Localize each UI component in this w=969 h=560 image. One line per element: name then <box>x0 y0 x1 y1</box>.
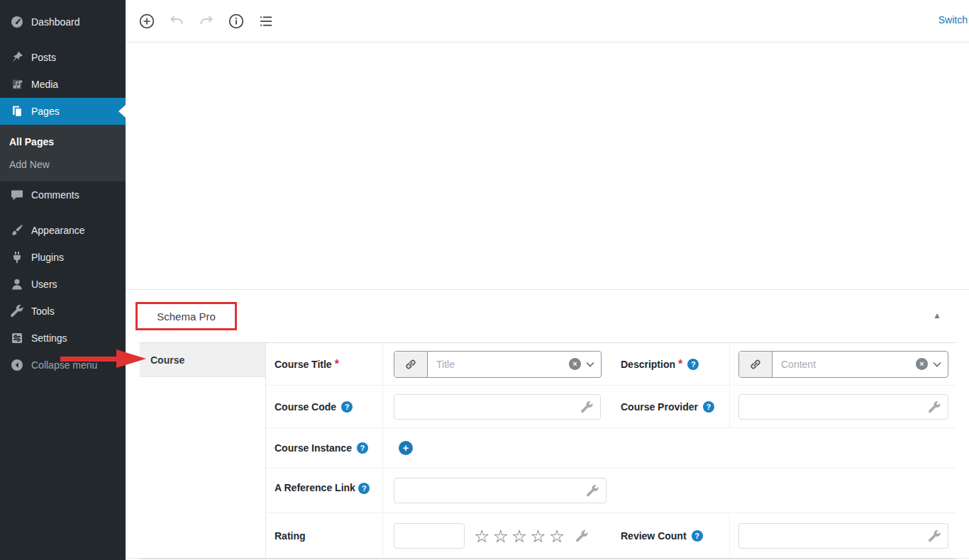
schema-tab-column: Course <box>140 343 266 559</box>
sidebar-item-label: Plugins <box>31 252 64 263</box>
description-input[interactable] <box>773 359 916 370</box>
course-title-input[interactable] <box>428 359 569 370</box>
switch-link[interactable]: Switch <box>938 14 968 26</box>
required-asterisk: * <box>335 358 339 371</box>
sidebar-separator <box>0 208 126 217</box>
schema-fields-panel: Course Course Title * × <box>140 342 956 559</box>
editor-toolbar: Switch <box>126 0 969 43</box>
sidebar-item-label: Media <box>31 79 58 90</box>
metabox-toggle-button[interactable]: ▲ <box>929 310 946 321</box>
chevron-down-icon[interactable] <box>933 362 941 367</box>
settings-icon <box>10 331 24 345</box>
sidebar-item-media[interactable]: Media <box>0 71 126 98</box>
sidebar-item-comments[interactable]: Comments <box>0 181 126 208</box>
collapse-icon <box>10 358 24 372</box>
reference-link-label-cell: A Reference Link ? <box>266 469 383 513</box>
sidebar-item-label: Collapse menu <box>31 359 97 371</box>
link-icon[interactable] <box>739 352 773 377</box>
description-label: Description <box>621 359 675 370</box>
sidebar-item-label: Dashboard <box>31 16 80 28</box>
sidebar-item-label: Pages <box>31 106 60 117</box>
course-provider-label: Course Provider <box>621 401 698 413</box>
course-code-label-cell: Course Code ? <box>266 386 383 428</box>
editor-canvas[interactable] <box>126 43 969 289</box>
metabox-title: Schema Pro <box>157 310 216 323</box>
undo-button[interactable] <box>167 12 186 30</box>
course-instance-label-cell: Course Instance ? <box>266 428 383 469</box>
sidebar-item-label: Settings <box>31 332 67 344</box>
help-icon[interactable]: ? <box>341 401 353 413</box>
reference-link-field <box>394 478 607 503</box>
user-icon <box>10 277 24 291</box>
current-item-pointer-icon <box>118 105 126 118</box>
schema-pro-metabox: Schema Pro ▲ Course Course Title * <box>126 289 969 559</box>
star-rating-icons[interactable]: ☆☆☆☆☆ <box>474 527 567 545</box>
tab-course[interactable]: Course <box>140 343 265 377</box>
help-icon[interactable]: ? <box>358 483 370 494</box>
bottom-divider <box>126 558 969 559</box>
wrench-icon[interactable] <box>575 530 589 543</box>
review-count-input[interactable] <box>739 524 948 548</box>
sidebar-item-posts[interactable]: Posts <box>0 44 126 71</box>
sidebar-separator <box>0 35 126 44</box>
redo-button[interactable] <box>197 12 216 30</box>
rating-input[interactable] <box>394 524 464 548</box>
editor-main: Switch Schema Pro ▲ Course Course Title … <box>126 0 969 560</box>
submenu-item-all-pages[interactable]: All Pages <box>0 130 126 153</box>
wrench-icon[interactable] <box>586 484 599 500</box>
link-icon[interactable] <box>394 352 428 377</box>
wrench-icon[interactable] <box>928 401 941 417</box>
metabox-header: Schema Pro ▲ <box>126 290 969 342</box>
comment-icon <box>10 188 24 202</box>
info-button[interactable] <box>227 12 245 30</box>
clear-icon[interactable]: × <box>916 358 928 370</box>
add-block-button[interactable] <box>138 12 156 30</box>
sidebar-item-label: Users <box>31 279 57 290</box>
brush-icon <box>10 223 24 237</box>
course-provider-input[interactable] <box>739 395 948 419</box>
schema-fields-grid: Course Title * × <box>266 343 956 559</box>
help-icon[interactable]: ? <box>692 530 703 542</box>
add-course-instance-button[interactable]: + <box>399 441 413 455</box>
pushpin-icon <box>10 50 24 65</box>
sidebar-item-label: Appearance <box>31 225 85 236</box>
help-icon[interactable]: ? <box>357 442 368 454</box>
sidebar-item-label: Tools <box>31 306 55 317</box>
annotation-highlight-box: Schema Pro <box>135 302 237 330</box>
sidebar-item-label: Posts <box>31 52 56 63</box>
sidebar-item-pages[interactable]: Pages <box>0 98 126 125</box>
sidebar-item-settings[interactable]: Settings <box>0 325 126 352</box>
sidebar-item-users[interactable]: Users <box>0 271 126 298</box>
sidebar-item-appearance[interactable]: Appearance <box>0 217 126 244</box>
wrench-icon <box>10 304 24 318</box>
dashboard-icon <box>10 15 24 29</box>
submenu-item-add-new[interactable]: Add New <box>0 153 126 176</box>
list-view-button[interactable] <box>257 12 275 30</box>
review-count-label-cell: Review Count ? <box>612 513 729 559</box>
course-code-input[interactable] <box>394 395 600 419</box>
description-input-group: × <box>738 351 948 378</box>
course-instance-field-cell: + <box>383 428 956 469</box>
clear-icon[interactable]: × <box>569 358 581 370</box>
reference-link-input[interactable] <box>394 478 606 503</box>
review-count-field <box>738 523 948 549</box>
sidebar-item-tools[interactable]: Tools <box>0 298 126 325</box>
description-label-cell: Description * ? <box>612 343 729 386</box>
admin-sidebar: Dashboard Posts Media Pages All Pages Ad… <box>0 0 126 560</box>
rating-field-cell: ☆☆☆☆☆ <box>383 513 612 559</box>
collapse-menu-button[interactable]: Collapse menu <box>0 352 126 379</box>
help-icon[interactable]: ? <box>687 359 699 370</box>
rating-label-cell: Rating <box>266 513 383 559</box>
wrench-icon[interactable] <box>928 530 941 546</box>
chevron-down-icon[interactable] <box>586 362 594 367</box>
wrench-icon[interactable] <box>580 401 594 417</box>
course-code-field-cell <box>383 386 612 428</box>
help-icon[interactable]: ? <box>703 401 714 413</box>
course-provider-field <box>738 394 948 420</box>
rating-label: Rating <box>275 530 306 542</box>
sidebar-item-plugins[interactable]: Plugins <box>0 244 126 271</box>
plug-icon <box>10 250 24 264</box>
description-field-cell: × <box>729 343 956 386</box>
submenu-item-label: All Pages <box>9 136 54 147</box>
sidebar-item-dashboard[interactable]: Dashboard <box>0 9 126 35</box>
